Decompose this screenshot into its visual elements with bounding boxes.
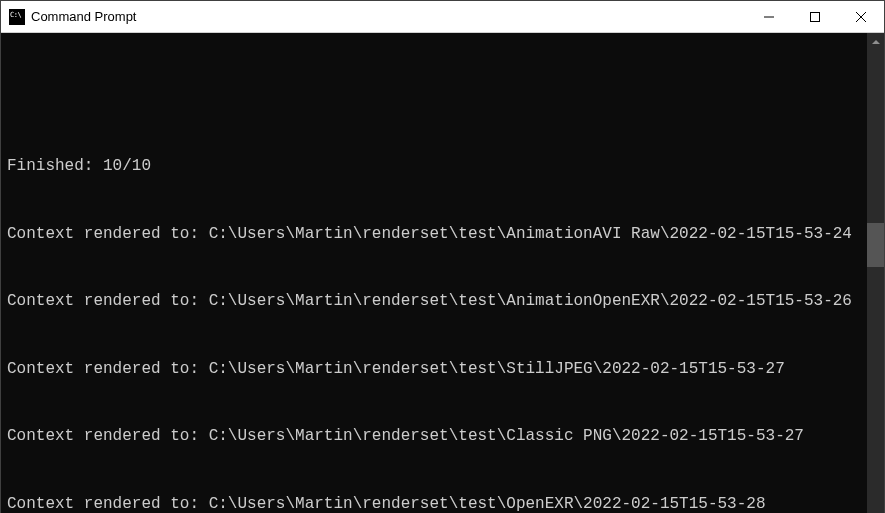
client-area: Finished: 10/10 Context rendered to: C:\… [1,33,884,513]
console-output[interactable]: Finished: 10/10 Context rendered to: C:\… [1,33,867,513]
console-line: Context rendered to: C:\Users\Martin\ren… [7,358,867,381]
maximize-button[interactable] [792,1,838,32]
console-line: Context rendered to: C:\Users\Martin\ren… [7,290,867,313]
console-line: Finished: 10/10 [7,155,867,178]
vertical-scrollbar[interactable] [867,33,884,513]
console-line: Context rendered to: C:\Users\Martin\ren… [7,223,867,246]
console-line: Context rendered to: C:\Users\Martin\ren… [7,425,867,448]
svg-rect-0 [811,12,820,21]
maximize-icon [810,12,820,22]
minimize-icon [764,12,774,22]
command-prompt-window: Command Prompt Finished: 10/10 Context r… [0,0,885,513]
scroll-thumb[interactable] [867,223,884,267]
window-controls [746,1,884,32]
titlebar[interactable]: Command Prompt [1,1,884,33]
console-line: Context rendered to: C:\Users\Martin\ren… [7,493,867,514]
minimize-button[interactable] [746,1,792,32]
close-button[interactable] [838,1,884,32]
chevron-up-icon [872,38,880,46]
app-icon [9,9,25,25]
window-title: Command Prompt [31,9,746,24]
close-icon [856,12,866,22]
scroll-up-button[interactable] [867,33,884,50]
